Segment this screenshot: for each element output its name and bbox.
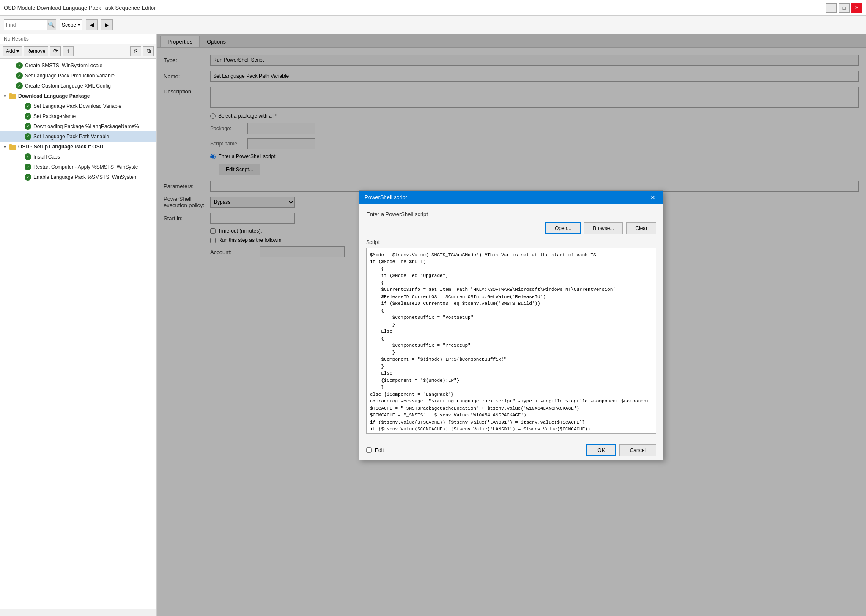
tree-item-7[interactable]: ✓ Downloading Package %LangPackageName% [0,121,156,131]
expand-icon: ▼ [2,93,8,99]
title-bar: OSD Module Download Language Pack Task S… [0,0,866,16]
edit-checkbox[interactable] [366,447,372,453]
check-icon: ✓ [16,82,23,90]
check-icon: ✓ [24,153,32,161]
icon-button-2[interactable]: ⧉ [143,46,154,56]
folder-icon [9,143,16,151]
edit-label: Edit [375,447,384,453]
search-box: 🔍 [4,19,56,30]
remove-button[interactable]: Remove [24,46,49,56]
script-textarea[interactable]: $Mode = $tsenv.Value('SMSTS_TSWaaSMode')… [366,248,656,434]
ok-button[interactable]: OK [586,444,616,456]
expand-icon [17,154,23,160]
tree-item-9[interactable]: ▼ OSD - Setup Language Pack if OSD [0,142,156,152]
browse-button[interactable]: Browse... [584,222,623,234]
dialog-close-button[interactable]: ✕ [648,192,658,203]
search-input[interactable] [4,22,47,28]
folder-icon [9,92,16,100]
tree-label: Set Language Pack Production Variable [25,73,115,79]
cancel-button[interactable]: Cancel [619,444,656,456]
expand-icon [17,103,23,109]
title-bar-left: OSD Module Download Language Pack Task S… [4,5,156,11]
check-icon: ✓ [16,72,23,79]
tree-item-3[interactable]: ✓ Create Custom Language XML Config [0,81,156,91]
chevron-down-icon: ▾ [78,22,80,28]
move-up-button[interactable]: ↑ [63,46,74,56]
check-icon: ✓ [16,62,23,69]
expand-icon [9,83,15,89]
check-icon: ✓ [24,102,32,110]
dialog-title: PowerShell script [364,194,407,200]
content-area: No Results Add ▾ Remove ⟳ ↑ ⎘ ⧉ ✓ [0,34,866,616]
tree-item-5[interactable]: ✓ Set Language Pack Download Variable [0,101,156,111]
refresh-button[interactable]: ⟳ [50,46,61,56]
check-icon: ✓ [24,173,32,181]
add-button[interactable]: Add ▾ [3,46,22,56]
dialog-subtitle: Enter a PowerShell script [366,211,656,217]
expand-icon [9,63,15,68]
check-icon: ✓ [24,112,32,120]
tree-label: Create SMSTS_WinSystemLocale [25,63,102,68]
tree-item-10[interactable]: ✓ Install Cabs [0,152,156,162]
tree-item-8[interactable]: ✓ Set Language Pack Path Variable [0,131,156,142]
tree-label: Downloading Package %LangPackageName% [33,123,139,129]
svg-rect-3 [9,144,12,146]
tree-label: Enable Language Pack %SMSTS_WinSystem [33,174,138,180]
tree-label: Set PackageName [33,113,76,119]
script-label: Script: [366,239,656,245]
tree-item-6[interactable]: ✓ Set PackageName [0,111,156,121]
tree-label: Set Language Pack Path Variable [33,134,109,140]
dialog-button-row: Open... Browse... Clear [366,222,656,234]
tree-container[interactable]: ✓ Create SMSTS_WinSystemLocale ✓ Set Lan… [0,59,156,609]
open-button[interactable]: Open... [545,222,581,234]
tree-item-1[interactable]: ✓ Create SMSTS_WinSystemLocale [0,60,156,71]
left-toolbar: Add ▾ Remove ⟳ ↑ ⎘ ⧉ [0,44,156,59]
expand-icon [17,113,23,119]
window-title: OSD Module Download Language Pack Task S… [4,5,156,11]
svg-rect-1 [9,93,12,95]
forward-button[interactable]: ▶ [101,19,113,30]
clear-button[interactable]: Clear [626,222,656,234]
tree-label: Set Language Pack Download Variable [33,103,121,109]
close-button[interactable]: ✕ [851,3,862,13]
dialog-body: Enter a PowerShell script Open... Browse… [359,204,663,441]
icon-button-1[interactable]: ⎘ [130,46,141,56]
expand-icon [17,164,23,170]
expand-icon [17,134,23,140]
tree-label: Install Cabs [33,154,60,160]
tree-label: Download Language Package [18,93,90,99]
tree-item-11[interactable]: ✓ Restart Computer - Apply %SMSTS_WinSys… [0,162,156,172]
dialog-footer-buttons: OK Cancel [387,444,656,456]
horizontal-scrollbar[interactable] [0,609,156,616]
maximize-button[interactable]: □ [839,3,850,13]
expand-icon [17,174,23,180]
tree-label: OSD - Setup Language Pack if OSD [18,144,103,150]
dialog-title-bar: PowerShell script ✕ [359,191,663,204]
left-panel: No Results Add ▾ Remove ⟳ ↑ ⎘ ⧉ ✓ [0,34,157,616]
main-toolbar: 🔍 Scope ▾ ◀ ▶ [0,16,866,34]
dialog-overlay: PowerShell script ✕ Enter a PowerShell s… [157,34,866,616]
check-icon: ✓ [24,163,32,171]
scope-dropdown[interactable]: Scope ▾ [60,19,82,30]
right-panel: Properties Options Type: Name: Descripti… [157,34,866,616]
main-window: OSD Module Download Language Pack Task S… [0,0,866,616]
title-bar-controls: ─ □ ✕ [826,3,862,13]
powershell-dialog: PowerShell script ✕ Enter a PowerShell s… [359,190,663,460]
minimize-button[interactable]: ─ [826,3,837,13]
tree-label: Restart Computer - Apply %SMSTS_WinSyste [33,164,138,170]
expand-icon [9,73,15,79]
tree-item-2[interactable]: ✓ Set Language Pack Production Variable [0,71,156,81]
search-button[interactable]: 🔍 [47,20,56,30]
check-icon: ✓ [24,123,32,130]
expand-icon: ▼ [2,144,8,150]
check-icon: ✓ [24,133,32,140]
tree-item-12[interactable]: ✓ Enable Language Pack %SMSTS_WinSystem [0,172,156,182]
back-button[interactable]: ◀ [86,19,98,30]
no-results-text: No Results [0,34,156,44]
tree-item-4[interactable]: ▼ Download Language Package [0,91,156,101]
tree-label: Create Custom Language XML Config [25,83,111,89]
expand-icon [17,123,23,129]
dialog-footer: Edit OK Cancel [359,441,663,460]
